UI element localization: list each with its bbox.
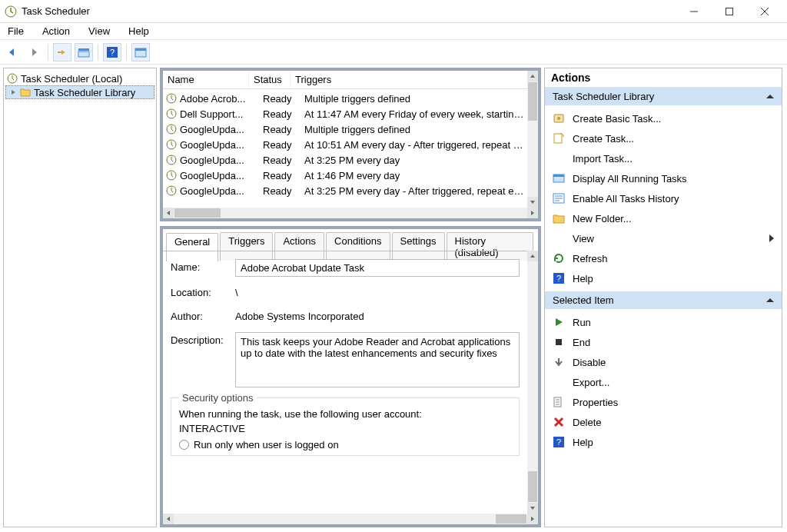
task-list-vscroll[interactable] — [527, 71, 538, 208]
actions-list-library: Create Basic Task... Create Task... Impo… — [545, 105, 782, 291]
chevron-right-icon — [11, 89, 17, 95]
collapse-icon[interactable] — [766, 95, 774, 99]
scroll-thumb[interactable] — [496, 514, 526, 524]
action-new-folder[interactable]: New Folder... — [545, 208, 782, 228]
actions-pane: Actions Task Scheduler Library Create Ba… — [544, 68, 782, 527]
tree-library[interactable]: Task Scheduler Library — [5, 85, 154, 99]
scroll-up-icon[interactable] — [527, 251, 538, 261]
scroll-left-icon[interactable] — [163, 208, 174, 218]
scroll-right-icon[interactable] — [527, 514, 538, 524]
action-view[interactable]: View — [545, 228, 782, 248]
task-row[interactable]: GoogleUpda...ReadyAt 10:51 AM every day … — [163, 137, 527, 152]
action-end[interactable]: End — [545, 332, 782, 352]
scroll-up-icon[interactable] — [527, 71, 538, 81]
action-help[interactable]: ? Help — [545, 268, 782, 288]
toolbar-separator — [98, 44, 98, 61]
action-create-basic-task[interactable]: Create Basic Task... — [545, 108, 782, 128]
col-name[interactable]: Name — [163, 71, 249, 88]
task-row[interactable]: GoogleUpda...ReadyAt 3:25 PM every day -… — [163, 183, 527, 198]
action-help-2[interactable]: ? Help — [545, 432, 782, 452]
actions-group-selected[interactable]: Selected Item — [545, 291, 782, 309]
play-icon — [553, 316, 565, 328]
action-create-task[interactable]: Create Task... — [545, 128, 782, 148]
task-list-hscroll[interactable] — [163, 208, 538, 218]
task-row[interactable]: GoogleUpda...ReadyMultiple triggers defi… — [163, 121, 527, 137]
name-field[interactable] — [235, 259, 520, 277]
location-value: \ — [235, 284, 520, 301]
minimize-button[interactable] — [676, 0, 712, 23]
task-triggers: At 11:47 AM every Friday of every week, … — [304, 108, 524, 120]
scroll-down-icon[interactable] — [527, 503, 538, 514]
action-delete[interactable]: Delete — [545, 412, 782, 432]
scroll-thumb[interactable] — [528, 471, 537, 502]
scheduler-icon — [7, 73, 18, 84]
task-status: Ready — [263, 155, 304, 166]
scroll-thumb[interactable] — [528, 82, 537, 121]
menu-view[interactable]: View — [85, 25, 113, 37]
task-row[interactable]: Adobe Acrob...ReadyMultiple triggers def… — [163, 91, 527, 106]
action-properties[interactable]: Properties — [545, 392, 782, 412]
label: Export... — [573, 377, 609, 388]
scroll-track[interactable] — [221, 208, 527, 218]
detail-hscroll[interactable] — [163, 514, 538, 524]
label: Display All Running Tasks — [573, 173, 687, 185]
clock-icon — [166, 155, 177, 165]
action-import-task[interactable]: Import Task... — [545, 148, 782, 168]
task-status: Ready — [263, 108, 304, 120]
scroll-track[interactable] — [527, 121, 538, 197]
radio-icon — [179, 440, 189, 450]
task-list: Name Status Triggers Adobe Acrob...Ready… — [160, 68, 541, 221]
menu-action[interactable]: Action — [39, 25, 73, 37]
scroll-thumb[interactable] — [174, 208, 221, 218]
scroll-right-icon[interactable] — [527, 208, 538, 218]
properties-icon — [553, 396, 565, 408]
action-disable[interactable]: Disable — [545, 352, 782, 372]
scroll-track[interactable] — [174, 514, 495, 524]
console-tree[interactable]: Task Scheduler (Local) Task Scheduler Li… — [3, 68, 157, 527]
menu-help[interactable]: Help — [125, 25, 152, 37]
task-list-header: Name Status Triggers — [163, 71, 538, 89]
tree-root[interactable]: Task Scheduler (Local) — [5, 71, 154, 85]
clock-icon — [166, 185, 177, 196]
detail-vscroll[interactable] — [527, 251, 538, 514]
task-detail: General Triggers Actions Conditions Sett… — [160, 226, 541, 527]
properties-button[interactable] — [131, 43, 150, 62]
maximize-button[interactable] — [712, 0, 747, 23]
task-row[interactable]: GoogleUpda...ReadyAt 3:25 PM every day — [163, 152, 527, 168]
clock-icon — [166, 170, 177, 181]
run-logged-on-radio[interactable]: Run only when user is logged on — [179, 439, 511, 451]
label: New Folder... — [573, 213, 632, 224]
help-button[interactable]: ? — [103, 43, 121, 62]
nav-back-button[interactable] — [3, 43, 22, 62]
close-button[interactable] — [747, 0, 782, 23]
action-enable-history[interactable]: Enable All Tasks History — [545, 188, 782, 208]
tab-general-body: Name: Location: \ Author: Adobe Systems … — [163, 251, 527, 514]
col-status[interactable]: Status — [249, 71, 291, 88]
scroll-left-icon[interactable] — [163, 514, 174, 524]
task-row[interactable]: Dell Support...ReadyAt 11:47 AM every Fr… — [163, 106, 527, 121]
description-field[interactable] — [235, 332, 520, 387]
svg-rect-20 — [553, 175, 564, 177]
collapse-icon[interactable] — [766, 298, 774, 303]
security-legend: Security options — [179, 392, 257, 404]
scroll-down-icon[interactable] — [527, 197, 538, 208]
nav-forward-button[interactable] — [25, 43, 43, 62]
action-refresh[interactable]: Refresh — [545, 248, 782, 268]
task-list-body[interactable]: Adobe Acrob...ReadyMultiple triggers def… — [163, 91, 527, 208]
task-status: Ready — [263, 170, 304, 181]
col-triggers[interactable]: Triggers — [291, 71, 538, 88]
actions-group-library[interactable]: Task Scheduler Library — [545, 88, 782, 105]
label: End — [573, 337, 590, 348]
svg-text:?: ? — [556, 437, 561, 447]
action-run[interactable]: Run — [545, 312, 782, 332]
menu-file[interactable]: File — [5, 25, 27, 37]
action-display-running[interactable]: Display All Running Tasks — [545, 168, 782, 188]
show-hide-actions-button[interactable] — [75, 43, 93, 62]
history-icon — [553, 192, 565, 204]
wizard-icon — [553, 112, 565, 125]
task-name: GoogleUpda... — [180, 170, 263, 181]
scroll-track[interactable] — [527, 261, 538, 470]
task-row[interactable]: GoogleUpda...ReadyAt 1:46 PM every day — [163, 168, 527, 183]
action-export[interactable]: Export... — [545, 372, 782, 392]
up-level-button[interactable] — [53, 43, 71, 62]
